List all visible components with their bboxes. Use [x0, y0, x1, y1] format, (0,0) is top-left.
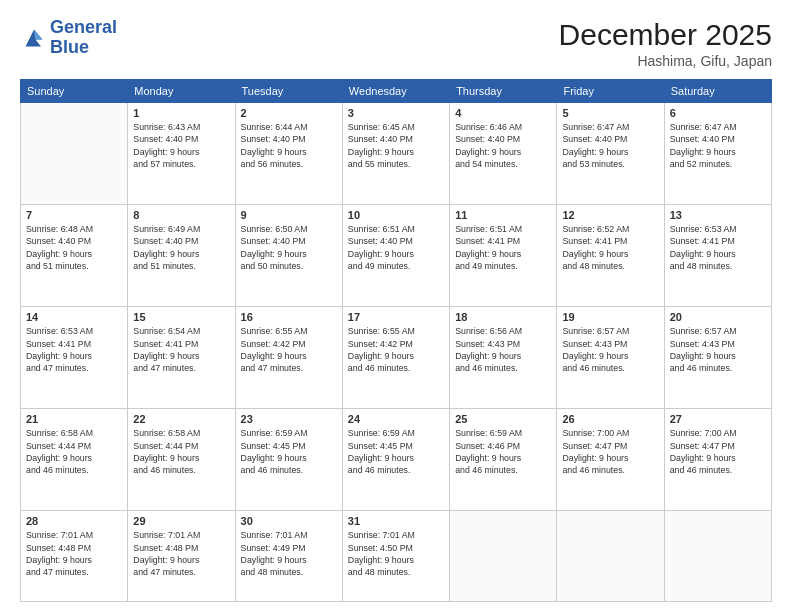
calendar-cell: 17Sunrise: 6:55 AMSunset: 4:42 PMDayligh…	[342, 307, 449, 409]
calendar-cell: 2Sunrise: 6:44 AMSunset: 4:40 PMDaylight…	[235, 103, 342, 205]
day-info: Sunrise: 6:58 AMSunset: 4:44 PMDaylight:…	[26, 427, 122, 476]
day-number: 14	[26, 311, 122, 323]
day-info: Sunrise: 6:47 AMSunset: 4:40 PMDaylight:…	[562, 121, 658, 170]
calendar-cell: 22Sunrise: 6:58 AMSunset: 4:44 PMDayligh…	[128, 409, 235, 511]
calendar-cell: 16Sunrise: 6:55 AMSunset: 4:42 PMDayligh…	[235, 307, 342, 409]
day-info: Sunrise: 6:46 AMSunset: 4:40 PMDaylight:…	[455, 121, 551, 170]
svg-marker-1	[34, 29, 42, 39]
day-number: 15	[133, 311, 229, 323]
logo-line1: General	[50, 18, 117, 38]
calendar-cell: 6Sunrise: 6:47 AMSunset: 4:40 PMDaylight…	[664, 103, 771, 205]
day-info: Sunrise: 6:45 AMSunset: 4:40 PMDaylight:…	[348, 121, 444, 170]
day-info: Sunrise: 6:51 AMSunset: 4:41 PMDaylight:…	[455, 223, 551, 272]
logo: General Blue	[20, 18, 117, 58]
calendar-cell: 20Sunrise: 6:57 AMSunset: 4:43 PMDayligh…	[664, 307, 771, 409]
day-info: Sunrise: 6:53 AMSunset: 4:41 PMDaylight:…	[26, 325, 122, 374]
day-info: Sunrise: 7:00 AMSunset: 4:47 PMDaylight:…	[562, 427, 658, 476]
day-number: 2	[241, 107, 337, 119]
day-info: Sunrise: 7:01 AMSunset: 4:49 PMDaylight:…	[241, 529, 337, 578]
day-number: 9	[241, 209, 337, 221]
calendar-cell: 13Sunrise: 6:53 AMSunset: 4:41 PMDayligh…	[664, 205, 771, 307]
calendar-day-header: Sunday	[21, 80, 128, 103]
header: General Blue December 2025 Hashima, Gifu…	[20, 18, 772, 69]
calendar-day-header: Monday	[128, 80, 235, 103]
month-title: December 2025	[559, 18, 772, 51]
calendar-cell: 11Sunrise: 6:51 AMSunset: 4:41 PMDayligh…	[450, 205, 557, 307]
calendar-cell: 24Sunrise: 6:59 AMSunset: 4:45 PMDayligh…	[342, 409, 449, 511]
calendar-cell: 19Sunrise: 6:57 AMSunset: 4:43 PMDayligh…	[557, 307, 664, 409]
day-info: Sunrise: 7:01 AMSunset: 4:48 PMDaylight:…	[133, 529, 229, 578]
calendar-cell	[21, 103, 128, 205]
day-info: Sunrise: 6:56 AMSunset: 4:43 PMDaylight:…	[455, 325, 551, 374]
day-info: Sunrise: 6:57 AMSunset: 4:43 PMDaylight:…	[562, 325, 658, 374]
day-number: 19	[562, 311, 658, 323]
day-number: 1	[133, 107, 229, 119]
calendar-week-row: 21Sunrise: 6:58 AMSunset: 4:44 PMDayligh…	[21, 409, 772, 511]
calendar-week-row: 1Sunrise: 6:43 AMSunset: 4:40 PMDaylight…	[21, 103, 772, 205]
calendar-header-row: SundayMondayTuesdayWednesdayThursdayFrid…	[21, 80, 772, 103]
calendar-cell: 18Sunrise: 6:56 AMSunset: 4:43 PMDayligh…	[450, 307, 557, 409]
calendar-cell: 10Sunrise: 6:51 AMSunset: 4:40 PMDayligh…	[342, 205, 449, 307]
calendar-week-row: 28Sunrise: 7:01 AMSunset: 4:48 PMDayligh…	[21, 511, 772, 602]
day-info: Sunrise: 6:48 AMSunset: 4:40 PMDaylight:…	[26, 223, 122, 272]
day-info: Sunrise: 6:44 AMSunset: 4:40 PMDaylight:…	[241, 121, 337, 170]
calendar-cell: 29Sunrise: 7:01 AMSunset: 4:48 PMDayligh…	[128, 511, 235, 602]
day-number: 4	[455, 107, 551, 119]
calendar-cell: 1Sunrise: 6:43 AMSunset: 4:40 PMDaylight…	[128, 103, 235, 205]
day-number: 16	[241, 311, 337, 323]
logo-icon	[20, 24, 48, 52]
day-number: 31	[348, 515, 444, 527]
day-info: Sunrise: 6:58 AMSunset: 4:44 PMDaylight:…	[133, 427, 229, 476]
calendar-cell: 8Sunrise: 6:49 AMSunset: 4:40 PMDaylight…	[128, 205, 235, 307]
day-number: 29	[133, 515, 229, 527]
day-number: 10	[348, 209, 444, 221]
page: General Blue December 2025 Hashima, Gifu…	[0, 0, 792, 612]
calendar-cell: 31Sunrise: 7:01 AMSunset: 4:50 PMDayligh…	[342, 511, 449, 602]
calendar-cell: 9Sunrise: 6:50 AMSunset: 4:40 PMDaylight…	[235, 205, 342, 307]
day-info: Sunrise: 6:47 AMSunset: 4:40 PMDaylight:…	[670, 121, 766, 170]
logo-text: General Blue	[50, 18, 117, 58]
calendar-cell: 4Sunrise: 6:46 AMSunset: 4:40 PMDaylight…	[450, 103, 557, 205]
day-number: 5	[562, 107, 658, 119]
day-number: 22	[133, 413, 229, 425]
day-number: 20	[670, 311, 766, 323]
day-info: Sunrise: 6:52 AMSunset: 4:41 PMDaylight:…	[562, 223, 658, 272]
day-number: 24	[348, 413, 444, 425]
day-info: Sunrise: 7:01 AMSunset: 4:48 PMDaylight:…	[26, 529, 122, 578]
day-number: 8	[133, 209, 229, 221]
day-number: 13	[670, 209, 766, 221]
calendar-week-row: 7Sunrise: 6:48 AMSunset: 4:40 PMDaylight…	[21, 205, 772, 307]
day-number: 7	[26, 209, 122, 221]
day-info: Sunrise: 6:51 AMSunset: 4:40 PMDaylight:…	[348, 223, 444, 272]
calendar-cell: 14Sunrise: 6:53 AMSunset: 4:41 PMDayligh…	[21, 307, 128, 409]
calendar-cell	[664, 511, 771, 602]
calendar-day-header: Wednesday	[342, 80, 449, 103]
day-info: Sunrise: 6:43 AMSunset: 4:40 PMDaylight:…	[133, 121, 229, 170]
calendar-cell: 25Sunrise: 6:59 AMSunset: 4:46 PMDayligh…	[450, 409, 557, 511]
day-number: 6	[670, 107, 766, 119]
day-info: Sunrise: 7:01 AMSunset: 4:50 PMDaylight:…	[348, 529, 444, 578]
day-info: Sunrise: 6:55 AMSunset: 4:42 PMDaylight:…	[241, 325, 337, 374]
calendar-cell: 15Sunrise: 6:54 AMSunset: 4:41 PMDayligh…	[128, 307, 235, 409]
day-number: 27	[670, 413, 766, 425]
calendar-cell: 3Sunrise: 6:45 AMSunset: 4:40 PMDaylight…	[342, 103, 449, 205]
calendar-cell: 23Sunrise: 6:59 AMSunset: 4:45 PMDayligh…	[235, 409, 342, 511]
logo-line2: Blue	[50, 38, 117, 58]
day-info: Sunrise: 6:53 AMSunset: 4:41 PMDaylight:…	[670, 223, 766, 272]
day-number: 25	[455, 413, 551, 425]
calendar-cell: 21Sunrise: 6:58 AMSunset: 4:44 PMDayligh…	[21, 409, 128, 511]
calendar-cell	[557, 511, 664, 602]
calendar-cell: 7Sunrise: 6:48 AMSunset: 4:40 PMDaylight…	[21, 205, 128, 307]
calendar-cell: 26Sunrise: 7:00 AMSunset: 4:47 PMDayligh…	[557, 409, 664, 511]
calendar-day-header: Tuesday	[235, 80, 342, 103]
day-number: 11	[455, 209, 551, 221]
day-info: Sunrise: 6:57 AMSunset: 4:43 PMDaylight:…	[670, 325, 766, 374]
calendar-cell: 30Sunrise: 7:01 AMSunset: 4:49 PMDayligh…	[235, 511, 342, 602]
day-info: Sunrise: 7:00 AMSunset: 4:47 PMDaylight:…	[670, 427, 766, 476]
calendar-day-header: Thursday	[450, 80, 557, 103]
day-number: 12	[562, 209, 658, 221]
calendar-day-header: Saturday	[664, 80, 771, 103]
day-number: 18	[455, 311, 551, 323]
calendar-table: SundayMondayTuesdayWednesdayThursdayFrid…	[20, 79, 772, 602]
day-number: 28	[26, 515, 122, 527]
